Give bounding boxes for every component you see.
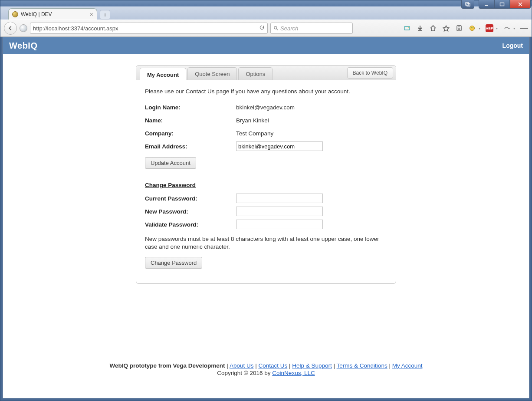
footer-myaccount-link[interactable]: My Account [392, 362, 423, 369]
copyright-link[interactable]: CoinNexus, LLC [272, 370, 315, 376]
site-identity-icon[interactable] [20, 24, 27, 32]
svg-point-9 [408, 27, 409, 28]
downloads-icon[interactable] [416, 24, 424, 32]
tab-close-icon[interactable]: × [90, 11, 93, 17]
new-password-label: New Password: [145, 208, 236, 215]
update-account-button[interactable]: Update Account [145, 157, 196, 169]
copyright-text: Copyright © 2016 by [217, 370, 272, 376]
login-name-label: Login Name: [145, 104, 236, 111]
search-box[interactable]: Search [270, 23, 353, 34]
validate-password-input[interactable] [236, 220, 323, 229]
home-icon[interactable] [429, 24, 437, 32]
footer-terms-link[interactable]: Terms & Conditions [337, 362, 388, 369]
browser-tab-title: WebIQ | DEV [21, 11, 52, 17]
tab-my-account[interactable]: My Account [140, 68, 186, 81]
back-to-webiq-button[interactable]: Back to WebIQ [347, 67, 393, 79]
intro-text: Please use our Contact Us page if you ha… [145, 88, 387, 95]
favicon-icon [12, 11, 18, 17]
svg-point-6 [274, 26, 277, 29]
search-placeholder: Search [280, 25, 298, 32]
footer-about-link[interactable]: About Us [230, 362, 254, 369]
svg-rect-3 [500, 3, 504, 6]
window-popup-button[interactable] [461, 0, 474, 9]
validate-password-label: Validate Password: [145, 221, 236, 228]
abp-dropdown-icon[interactable]: ▾ [496, 26, 498, 30]
page-footer: WebIQ prototype from Vega Development | … [3, 362, 529, 376]
search-icon [273, 26, 279, 31]
nav-back-button[interactable] [4, 22, 17, 35]
company-label: Company: [145, 130, 236, 137]
hamburger-menu-icon[interactable] [520, 24, 528, 32]
email-label: Email Address: [145, 143, 236, 150]
new-tab-button[interactable]: + [100, 10, 110, 20]
footer-contact-link[interactable]: Contact Us [258, 362, 287, 369]
password-hint: New passwords must be at least 8 charact… [145, 235, 379, 251]
extension-icon[interactable] [503, 24, 511, 32]
window-minimize-button[interactable] [479, 0, 494, 9]
browser-tabstrip: WebIQ | DEV × + [0, 7, 532, 20]
screenshot-icon[interactable] [403, 24, 411, 32]
browser-toolbar: http://localhost:3374/account.aspx Searc… [0, 20, 532, 37]
svg-point-17 [473, 27, 473, 28]
addon-puzzle-icon[interactable] [468, 24, 476, 32]
name-value: Bryan Kinkel [236, 117, 269, 124]
bookmark-star-icon[interactable] [442, 24, 450, 32]
svg-line-7 [277, 29, 278, 30]
logout-link[interactable]: Logout [502, 42, 523, 49]
browser-tab[interactable]: WebIQ | DEV × [8, 8, 97, 20]
url-bar[interactable]: http://localhost:3374/account.aspx [30, 23, 268, 34]
reading-list-icon[interactable] [455, 24, 463, 32]
panel-tabs: My Account Quote Screen Options Back to … [136, 66, 396, 80]
current-password-input[interactable] [236, 194, 323, 203]
tab-options[interactable]: Options [238, 67, 273, 80]
svg-point-16 [471, 27, 472, 28]
change-password-button[interactable]: Change Password [145, 257, 202, 269]
footer-help-link[interactable]: Help & Support [292, 362, 332, 369]
current-password-label: Current Password: [145, 195, 236, 202]
abp-icon[interactable]: ABP [486, 24, 493, 32]
footer-lead: WebIQ prototype from Vega Development [110, 362, 225, 369]
contact-us-link[interactable]: Contact Us [186, 88, 215, 95]
account-panel: My Account Quote Screen Options Back to … [136, 65, 396, 284]
tab-quote-screen[interactable]: Quote Screen [187, 67, 237, 80]
intro-pre: Please use our [145, 88, 186, 95]
url-text: http://localhost:3374/account.aspx [33, 25, 118, 32]
app-header: WebIQ Logout [3, 37, 529, 54]
window-maximize-button[interactable] [494, 0, 510, 9]
email-input[interactable] [236, 141, 323, 151]
intro-post: page if you have any questions about you… [215, 88, 350, 95]
window-close-button[interactable] [510, 0, 531, 9]
extension-dropdown-icon[interactable]: ▾ [513, 26, 515, 30]
addon-dropdown-icon[interactable]: ▾ [479, 26, 480, 30]
name-label: Name: [145, 117, 236, 124]
new-password-input[interactable] [236, 207, 323, 216]
login-name-value: bkinkel@vegadev.com [236, 104, 295, 111]
reload-icon[interactable] [259, 25, 265, 32]
company-value: Test Company [236, 130, 273, 137]
app-brand: WebIQ [9, 41, 37, 51]
svg-rect-8 [404, 26, 410, 30]
change-password-heading: Change Password [145, 182, 387, 188]
svg-point-15 [470, 26, 475, 31]
